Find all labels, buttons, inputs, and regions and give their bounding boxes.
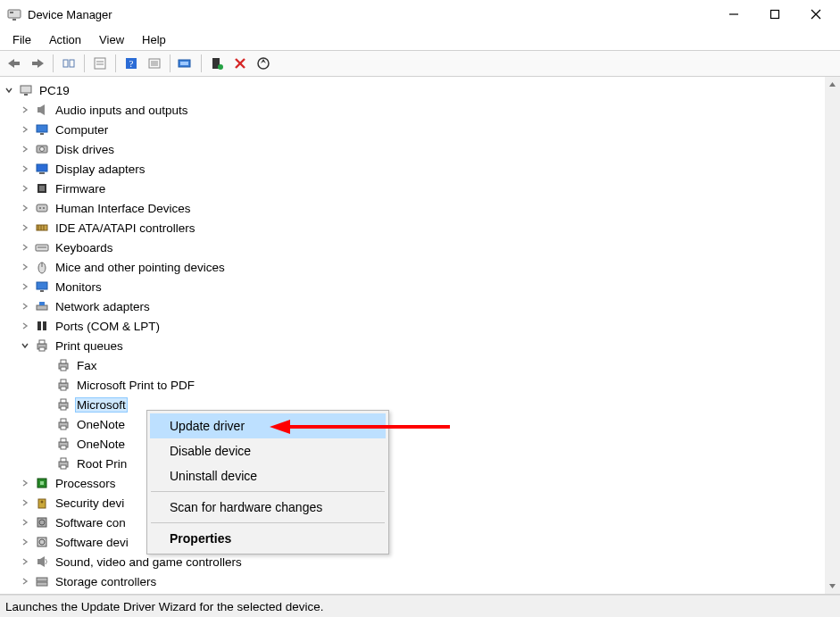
toolbar-separator [84, 54, 85, 72]
help-button[interactable]: ? [121, 53, 142, 74]
tree-item[interactable]: Root Prin [2, 454, 840, 473]
tree-category[interactable]: Firmware [2, 179, 840, 198]
svg-marker-9 [37, 59, 44, 68]
context-menu-item[interactable]: Uninstall device [150, 463, 386, 488]
tree-category[interactable]: Computer [2, 120, 840, 139]
context-menu-item[interactable]: Scan for hardware changes [150, 495, 386, 520]
show-hidden-button[interactable] [58, 53, 79, 74]
svg-rect-72 [61, 419, 66, 422]
chevron-down-icon[interactable] [18, 338, 32, 353]
svg-point-25 [218, 64, 223, 70]
back-button[interactable] [4, 53, 25, 74]
tree-item[interactable]: Microsoft Print to PDF [2, 375, 840, 395]
tree-item[interactable]: Microsoft [2, 395, 840, 414]
chevron-right-icon[interactable] [18, 103, 32, 117]
tree-category[interactable]: Human Interface Devices [2, 198, 840, 218]
svg-rect-70 [61, 406, 66, 410]
toolbar-separator [201, 54, 202, 72]
chevron-right-icon[interactable] [18, 201, 32, 215]
tree-category[interactable]: Security devi [2, 493, 840, 513]
svg-rect-56 [39, 302, 45, 305]
chevron-right-icon[interactable] [18, 319, 32, 333]
tree-category[interactable]: IDE ATA/ATAPI controllers [2, 218, 840, 238]
scroll-down-icon[interactable] [825, 579, 840, 594]
tree-category[interactable]: Keyboards [2, 238, 840, 257]
tree-item-label: Fax [75, 358, 99, 373]
tree-item[interactable]: Fax [2, 355, 840, 375]
tree-category[interactable]: Network adapters [2, 296, 840, 316]
svg-rect-38 [37, 164, 47, 171]
chevron-right-icon[interactable] [18, 162, 32, 176]
svg-marker-89 [40, 556, 45, 567]
tree-category[interactable]: Software con [2, 513, 840, 532]
tree-category-label: Mice and other pointing devices [54, 260, 227, 275]
uninstall-device-button[interactable] [229, 53, 251, 74]
svg-rect-66 [61, 379, 66, 383]
chevron-right-icon[interactable] [18, 221, 32, 235]
menu-action[interactable]: Action [40, 30, 90, 49]
printer-icon [55, 396, 71, 413]
tree-category[interactable]: Disk drives [2, 139, 840, 159]
tree-root[interactable]: PC19 [2, 80, 840, 100]
tree-category[interactable]: Monitors [2, 277, 840, 296]
chevron-right-icon[interactable] [18, 535, 32, 549]
svg-rect-8 [14, 62, 20, 65]
tree-category[interactable]: Ports (COM & LPT) [2, 316, 840, 336]
chevron-right-icon[interactable] [18, 142, 32, 156]
chevron-right-icon[interactable] [18, 260, 32, 274]
context-menu-item[interactable]: Disable device [150, 438, 386, 463]
forward-button[interactable] [27, 53, 48, 74]
svg-marker-92 [829, 82, 836, 87]
svg-rect-31 [24, 94, 28, 96]
chevron-right-icon[interactable] [18, 299, 32, 313]
context-menu-separator [151, 491, 385, 492]
chevron-right-icon[interactable] [18, 476, 32, 490]
chevron-right-icon[interactable] [18, 574, 32, 588]
context-menu-item[interactable]: Properties [150, 526, 386, 551]
update-driver-toolbar-button[interactable] [175, 53, 196, 74]
close-button[interactable] [795, 0, 836, 29]
chevron-right-icon[interactable] [18, 122, 32, 137]
svg-rect-39 [39, 172, 45, 174]
tree-item[interactable]: OneNote [2, 414, 840, 434]
chevron-right-icon[interactable] [18, 240, 32, 254]
tree-category[interactable]: Audio inputs and outputs [2, 100, 840, 120]
chevron-right-icon[interactable] [18, 554, 32, 569]
chevron-down-icon[interactable] [2, 83, 16, 97]
scan-hardware-button[interactable] [253, 53, 274, 74]
chevron-right-icon[interactable] [18, 279, 32, 294]
menu-file[interactable]: File [4, 30, 40, 49]
chip-icon [34, 180, 50, 196]
enable-device-button[interactable] [206, 53, 228, 74]
titlebar: Device Manager [0, 0, 840, 29]
minimize-button[interactable] [713, 0, 754, 29]
chevron-right-icon[interactable] [18, 496, 32, 510]
tree-category[interactable]: Processors [2, 473, 840, 493]
chevron-right-icon[interactable] [18, 515, 32, 529]
printer-icon [55, 416, 71, 432]
maximize-button[interactable] [754, 0, 795, 29]
context-menu-item[interactable]: Update driver [150, 413, 386, 438]
tree-category[interactable]: Mice and other pointing devices [2, 257, 840, 277]
svg-rect-88 [37, 559, 40, 564]
menu-view[interactable]: View [90, 30, 133, 49]
chevron-right-icon[interactable] [18, 181, 32, 196]
tree-category[interactable]: Display adapters [2, 159, 840, 179]
scroll-up-icon[interactable] [825, 77, 840, 92]
tree-root-label: PC19 [37, 83, 71, 98]
tree-category[interactable]: Print queues [2, 336, 840, 355]
device-tree[interactable]: PC19Audio inputs and outputsComputerDisk… [0, 77, 840, 594]
tree-category-label: Software con [54, 515, 128, 530]
scroll-track[interactable] [825, 92, 840, 579]
printer-icon [34, 338, 50, 354]
action-list-button[interactable] [144, 53, 165, 74]
svg-point-44 [43, 207, 45, 209]
menu-help[interactable]: Help [133, 30, 175, 49]
properties-button[interactable] [89, 53, 111, 74]
tree-category[interactable]: Software devi [2, 532, 840, 552]
tree-category[interactable]: Sound, video and game controllers [2, 552, 840, 571]
svg-marker-33 [40, 104, 45, 115]
tree-category[interactable]: Storage controllers [2, 571, 840, 591]
vertical-scrollbar[interactable] [825, 77, 840, 594]
tree-item[interactable]: OneNote [2, 434, 840, 454]
